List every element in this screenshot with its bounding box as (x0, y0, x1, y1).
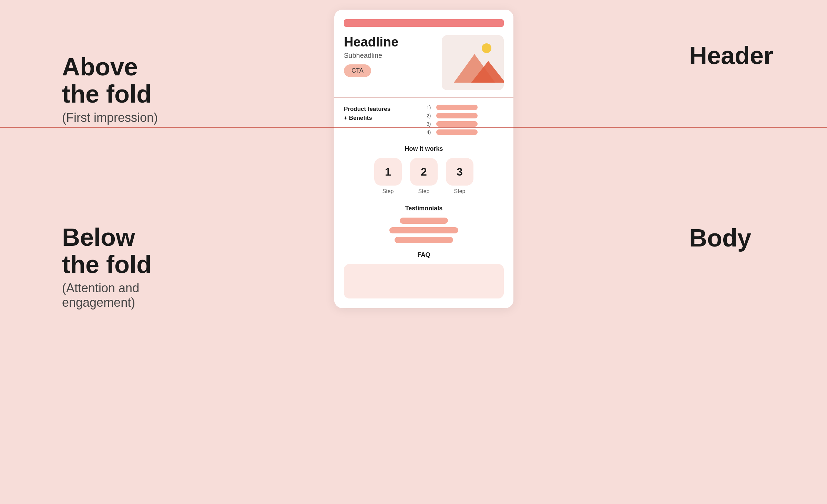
above-fold-title: Above the fold (62, 53, 165, 108)
hero-subheadline: Subheadline (344, 52, 435, 60)
step-item-3: 3 Step (446, 158, 473, 195)
phone-nav-bar (344, 19, 504, 27)
feature-num-3: 3) (427, 121, 433, 127)
feature-bar-1 (436, 105, 478, 110)
step-label-2: Step (418, 188, 430, 195)
feature-num-1: 1) (427, 105, 433, 110)
testimonials-title: Testimonials (344, 205, 504, 212)
testimonials-section: Testimonials (344, 205, 504, 243)
testimonial-bar-2 (389, 227, 458, 233)
features-section: Product features + Benefits 1) 2) (344, 105, 504, 135)
how-it-works-title: How it works (344, 145, 504, 153)
testimonial-bar-3 (395, 237, 453, 243)
feature-num-4: 4) (427, 129, 433, 135)
phone-below-fold: Product features + Benefits 1) 2) (334, 97, 513, 308)
step-circle-2: 2 (410, 158, 438, 186)
svg-point-1 (482, 43, 491, 53)
step-item-2: 2 Step (410, 158, 438, 195)
features-bars: 1) 2) 3) 4) (427, 105, 504, 135)
cta-button[interactable]: CTA (344, 64, 371, 77)
step-label-3: Step (454, 188, 466, 195)
feature-num-2: 2) (427, 113, 433, 118)
feature-row-2: 2) (427, 113, 504, 118)
phone-hero-text: Headline Subheadline CTA (344, 35, 435, 77)
header-label-text: Header (689, 41, 773, 70)
below-fold-label: Below the fold (Attention and engagement… (62, 224, 165, 310)
step-circle-1: 1 (374, 158, 402, 186)
phone-above-fold: Headline Subheadline CTA (334, 10, 513, 97)
header-label: Header (689, 41, 773, 70)
above-fold-subtitle: (First impression) (62, 111, 165, 125)
body-label: Body (689, 224, 751, 252)
fold-divider-line (0, 127, 827, 128)
faq-title: FAQ (344, 251, 504, 259)
steps-row: 1 Step 2 Step 3 Step (344, 158, 504, 195)
feature-bar-2 (436, 113, 478, 118)
how-it-works-section: How it works 1 Step 2 Step 3 Step (344, 145, 504, 195)
testimonial-bar-1 (400, 218, 448, 224)
feature-row-3: 3) (427, 121, 504, 127)
faq-box (344, 264, 504, 298)
left-labels-panel: Above the fold (First impression) Below … (0, 0, 165, 504)
step-item-1: 1 Step (374, 158, 402, 195)
feature-bar-3 (436, 121, 478, 127)
features-line1: Product features (344, 105, 421, 114)
hero-headline: Headline (344, 35, 435, 50)
testimonial-bars (344, 218, 504, 243)
right-labels-panel: Header Body (682, 0, 827, 504)
feature-row-4: 4) (427, 129, 504, 135)
body-label-text: Body (689, 224, 751, 252)
below-fold-title: Below the fold (62, 224, 165, 278)
feature-bar-4 (436, 129, 478, 135)
features-text: Product features + Benefits (344, 105, 421, 135)
features-line2: + Benefits (344, 114, 421, 123)
page-layout: Above the fold (First impression) Below … (0, 0, 827, 504)
hero-image (442, 35, 504, 90)
step-label-1: Step (382, 188, 394, 195)
phone-hero: Headline Subheadline CTA (344, 35, 504, 90)
above-fold-label: Above the fold (First impression) (62, 53, 165, 125)
phone-frame: Headline Subheadline CTA (334, 10, 513, 308)
below-fold-subtitle: (Attention and engagement) (62, 281, 165, 310)
step-circle-3: 3 (446, 158, 473, 186)
feature-row-1: 1) (427, 105, 504, 110)
center-mockup-area: Headline Subheadline CTA (165, 0, 682, 504)
svg-rect-4 (442, 83, 504, 90)
faq-section: FAQ (344, 251, 504, 298)
